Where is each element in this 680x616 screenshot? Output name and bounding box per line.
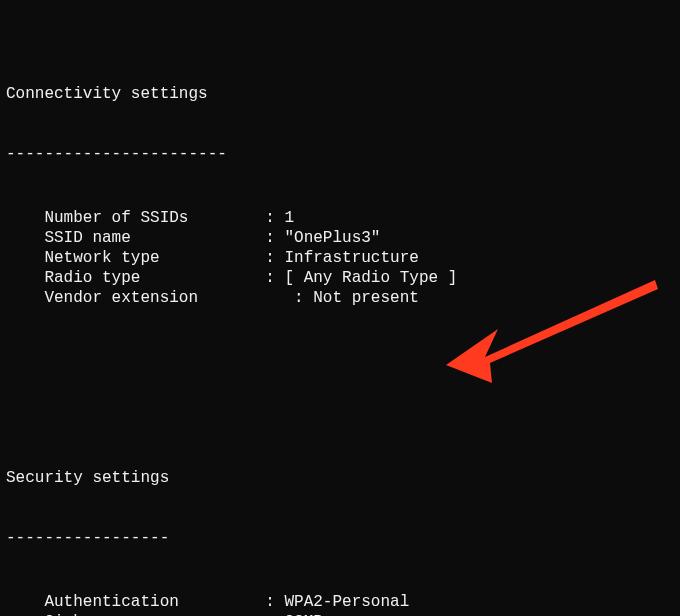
section-divider: -----------------	[6, 528, 680, 548]
label: Radio type	[6, 268, 265, 288]
output-row: Cipher : CCMP	[6, 612, 680, 616]
value: : "OnePlus3"	[265, 229, 380, 247]
label: SSID name	[6, 228, 265, 248]
value: : Not present	[294, 289, 419, 307]
label: Authentication	[6, 592, 265, 612]
label: Cipher	[6, 612, 265, 616]
terminal-output: Connectivity settings ------------------…	[0, 0, 680, 616]
output-row: Network type : Infrastructure	[6, 248, 680, 268]
section-body-connectivity: Number of SSIDs : 1 SSID name : "OnePlus…	[6, 208, 680, 308]
section-body-security: Authentication : WPA2-Personal Cipher : …	[6, 592, 680, 616]
value: : [ Any Radio Type ]	[265, 269, 457, 287]
value: : 1	[265, 209, 294, 227]
value: : WPA2-Personal	[265, 593, 409, 611]
label: Vendor extension	[6, 288, 294, 308]
label: Network type	[6, 248, 265, 268]
output-row: SSID name : "OnePlus3"	[6, 228, 680, 248]
output-row: Number of SSIDs : 1	[6, 208, 680, 228]
section-divider: -----------------------	[6, 144, 680, 164]
label: Number of SSIDs	[6, 208, 265, 228]
output-row: Radio type : [ Any Radio Type ]	[6, 268, 680, 288]
section-title-connectivity: Connectivity settings	[6, 84, 680, 104]
value: : Infrastructure	[265, 249, 419, 267]
output-row: Vendor extension : Not present	[6, 288, 680, 308]
section-title-security: Security settings	[6, 468, 680, 488]
output-row: Authentication : WPA2-Personal	[6, 592, 680, 612]
